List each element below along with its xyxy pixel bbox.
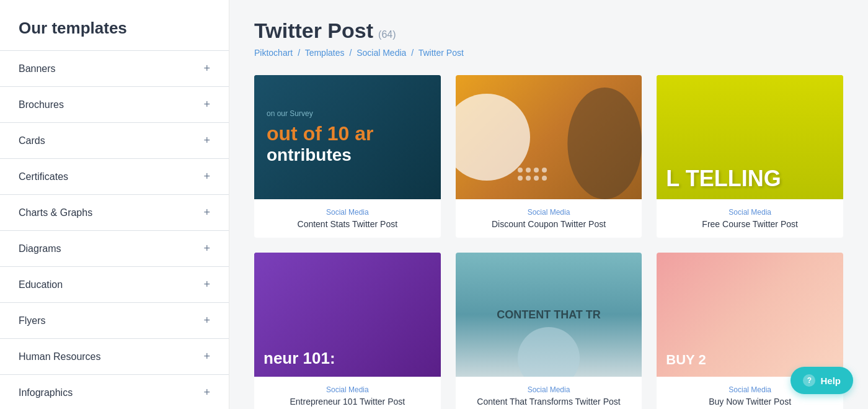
template-card-3[interactable]: L TELLING Social Media Free Course Twitt… bbox=[657, 75, 843, 238]
thumb-2-dot bbox=[542, 176, 547, 181]
thumb-2-dot bbox=[542, 168, 547, 173]
page-count: (64) bbox=[378, 29, 396, 40]
thumb-2-dot bbox=[534, 176, 539, 181]
breadcrumb-current: Twitter Post bbox=[418, 48, 464, 58]
thumb-2-dot bbox=[518, 176, 523, 181]
help-button[interactable]: ? Help bbox=[790, 367, 853, 394]
breadcrumb-sep-2: / bbox=[349, 48, 352, 58]
templates-grid: on our Survey out of 10 ar ontributes So… bbox=[254, 75, 843, 409]
thumb-5-text: CONTENT THAT TR bbox=[497, 308, 601, 321]
sidebar-item-cards[interactable]: Cards + bbox=[0, 122, 229, 158]
thumb-2-dots bbox=[518, 168, 547, 181]
template-info-3: Social Media Free Course Twitter Post bbox=[657, 199, 843, 238]
template-name-1: Content Stats Twitter Post bbox=[264, 219, 431, 229]
breadcrumb-templates[interactable]: Templates bbox=[305, 48, 345, 58]
main-content: Twitter Post (64) Piktochart / Templates… bbox=[229, 0, 868, 409]
thumb-2-dot bbox=[534, 168, 539, 173]
template-card-5[interactable]: CONTENT THAT TR Social Media Content Tha… bbox=[456, 253, 642, 409]
sidebar-item-brochures[interactable]: Brochures + bbox=[0, 86, 229, 122]
sidebar-item-education[interactable]: Education + bbox=[0, 266, 229, 302]
thumb-1-survey-text: on our Survey bbox=[267, 109, 428, 118]
template-name-2: Discount Coupon Twitter Post bbox=[466, 219, 632, 229]
plus-icon: + bbox=[203, 278, 210, 291]
template-name-6: Buy Now Twitter Post bbox=[666, 397, 833, 407]
template-category-1: Social Media bbox=[264, 208, 431, 217]
template-thumb-1: on our Survey out of 10 ar ontributes bbox=[254, 75, 441, 199]
template-info-5: Social Media Content That Transforms Twi… bbox=[456, 377, 642, 409]
plus-icon: + bbox=[203, 98, 210, 111]
thumb-2-dot bbox=[526, 176, 531, 181]
template-thumb-4: neur 101: bbox=[254, 253, 441, 377]
template-card-2[interactable]: Social Media Discount Coupon Twitter Pos… bbox=[456, 75, 642, 238]
template-info-4: Social Media Entrepreneur 101 Twitter Po… bbox=[254, 377, 441, 409]
template-thumb-3: L TELLING bbox=[657, 75, 843, 199]
breadcrumb: Piktochart / Templates / Social Media / … bbox=[254, 48, 843, 58]
sidebar-item-flyers[interactable]: Flyers + bbox=[0, 302, 229, 338]
template-category-3: Social Media bbox=[666, 208, 833, 217]
template-category-4: Social Media bbox=[264, 385, 431, 394]
plus-icon: + bbox=[203, 62, 210, 75]
sidebar-item-banners[interactable]: Banners + bbox=[0, 50, 229, 86]
template-name-5: Content That Transforms Twitter Post bbox=[466, 397, 632, 407]
thumb-2-person bbox=[567, 88, 642, 199]
template-name-3: Free Course Twitter Post bbox=[666, 219, 833, 229]
template-category-2: Social Media bbox=[466, 208, 632, 217]
page-title: Twitter Post bbox=[254, 19, 373, 43]
template-name-4: Entrepreneur 101 Twitter Post bbox=[264, 397, 431, 407]
plus-icon: + bbox=[203, 386, 210, 399]
thumb-5-circle bbox=[518, 327, 580, 377]
page-header: Twitter Post (64) bbox=[254, 19, 843, 43]
sidebar-heading: Our templates bbox=[0, 19, 229, 50]
thumb-6-text: BUY 2 bbox=[666, 353, 706, 367]
plus-icon: + bbox=[203, 170, 210, 183]
thumb-1-sub-text: ontributes bbox=[267, 145, 428, 166]
thumb-2-dot bbox=[526, 168, 531, 173]
plus-icon: + bbox=[203, 206, 210, 219]
thumb-1-big-text: out of 10 ar bbox=[267, 123, 428, 145]
thumb-3-text: L TELLING bbox=[666, 168, 781, 190]
template-thumb-5: CONTENT THAT TR bbox=[456, 253, 642, 377]
breadcrumb-sep-3: / bbox=[411, 48, 414, 58]
plus-icon: + bbox=[203, 314, 210, 327]
template-thumb-6: BUY 2 bbox=[657, 253, 843, 377]
breadcrumb-sep-1: / bbox=[298, 48, 300, 58]
sidebar-item-charts-graphs[interactable]: Charts & Graphs + bbox=[0, 194, 229, 230]
plus-icon: + bbox=[203, 350, 210, 363]
help-label: Help bbox=[820, 375, 841, 386]
sidebar-item-human-resources[interactable]: Human Resources + bbox=[0, 338, 229, 374]
template-card-1[interactable]: on our Survey out of 10 ar ontributes So… bbox=[254, 75, 441, 238]
breadcrumb-piktochart[interactable]: Piktochart bbox=[254, 48, 293, 58]
sidebar-item-infographics[interactable]: Infographics + bbox=[0, 374, 229, 409]
template-card-4[interactable]: neur 101: Social Media Entrepreneur 101 … bbox=[254, 253, 441, 409]
thumb-4-text: neur 101: bbox=[264, 349, 335, 367]
sidebar-item-certificates[interactable]: Certificates + bbox=[0, 158, 229, 194]
sidebar: Our templates Banners + Brochures + Card… bbox=[0, 0, 229, 409]
help-icon: ? bbox=[803, 374, 815, 387]
plus-icon: + bbox=[203, 242, 210, 255]
sidebar-item-diagrams[interactable]: Diagrams + bbox=[0, 230, 229, 266]
template-thumb-2 bbox=[456, 75, 642, 199]
template-info-1: Social Media Content Stats Twitter Post bbox=[254, 199, 441, 238]
plus-icon: + bbox=[203, 134, 210, 147]
thumb-2-dot bbox=[518, 168, 523, 173]
breadcrumb-social-media[interactable]: Social Media bbox=[356, 48, 406, 58]
template-info-2: Social Media Discount Coupon Twitter Pos… bbox=[456, 199, 642, 238]
template-category-5: Social Media bbox=[466, 385, 632, 394]
